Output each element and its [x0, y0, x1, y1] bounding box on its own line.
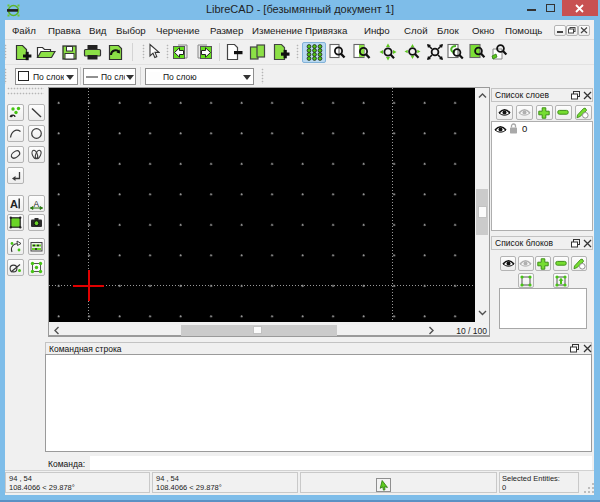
svg-text:A: A	[10, 198, 18, 210]
svg-text:A: A	[33, 199, 39, 209]
